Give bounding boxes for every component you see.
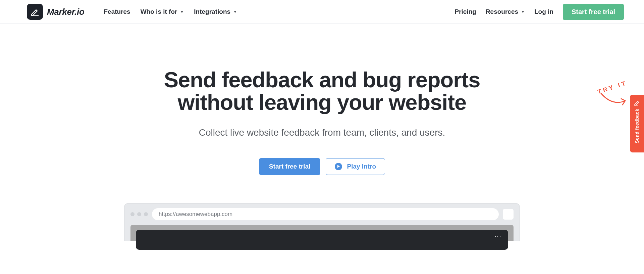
nav-label: Pricing xyxy=(454,8,476,15)
start-trial-nav-button[interactable]: Start free trial xyxy=(563,4,624,20)
address-bar-url: https://awesomewebapp.com xyxy=(159,211,232,218)
nav-label: Who is it for xyxy=(141,8,177,15)
browser-extra-button xyxy=(503,209,514,220)
logo-text: Marker.io xyxy=(47,7,84,17)
logo[interactable]: Marker.io xyxy=(27,4,84,20)
play-intro-button[interactable]: Play intro xyxy=(326,158,385,175)
start-trial-hero-button[interactable]: Start free trial xyxy=(259,158,321,175)
play-icon xyxy=(335,163,342,170)
hero-title: Send feedback and bug reports without le… xyxy=(154,69,490,114)
browser-viewport: ⋮ xyxy=(130,225,514,241)
nav-label: Log in xyxy=(534,8,553,15)
chevron-down-icon: ▼ xyxy=(180,9,184,14)
nav-label: Features xyxy=(104,8,130,15)
feedback-widget-label: Send feedback xyxy=(634,109,640,143)
nav-secondary: Pricing Resources ▼ Log in Start free tr… xyxy=(454,4,624,20)
nav-pricing[interactable]: Pricing xyxy=(454,8,476,15)
pencil-icon xyxy=(634,99,640,106)
nav-features[interactable]: Features xyxy=(104,8,130,15)
browser-chrome: https://awesomewebapp.com ⋮ xyxy=(124,203,520,241)
logo-mark-icon xyxy=(27,4,43,20)
nav-who-is-it-for[interactable]: Who is it for ▼ xyxy=(141,8,184,15)
play-intro-label: Play intro xyxy=(347,163,376,170)
hero-subtitle: Collect live website feedback from team,… xyxy=(0,127,644,138)
mock-app-bar xyxy=(136,230,508,250)
nav-resources[interactable]: Resources ▼ xyxy=(486,8,525,15)
nav-label: Resources xyxy=(486,8,518,15)
nav-login[interactable]: Log in xyxy=(534,8,553,15)
nav-label: Integrations xyxy=(194,8,230,15)
kebab-icon: ⋮ xyxy=(494,233,502,240)
chevron-down-icon: ▼ xyxy=(233,9,237,14)
nav-integrations[interactable]: Integrations ▼ xyxy=(194,8,237,15)
browser-mockup: https://awesomewebapp.com ⋮ xyxy=(124,203,520,241)
chevron-down-icon: ▼ xyxy=(521,9,525,14)
nav-primary: Features Who is it for ▼ Integrations ▼ xyxy=(104,8,237,15)
hero-cta-row: Start free trial Play intro xyxy=(0,158,644,175)
top-nav: Marker.io Features Who is it for ▼ Integ… xyxy=(0,0,644,24)
feedback-widget[interactable]: Send feedback xyxy=(630,95,644,152)
address-bar: https://awesomewebapp.com xyxy=(152,208,499,220)
traffic-lights-icon xyxy=(130,212,148,216)
hero: Send feedback and bug reports without le… xyxy=(0,24,644,241)
